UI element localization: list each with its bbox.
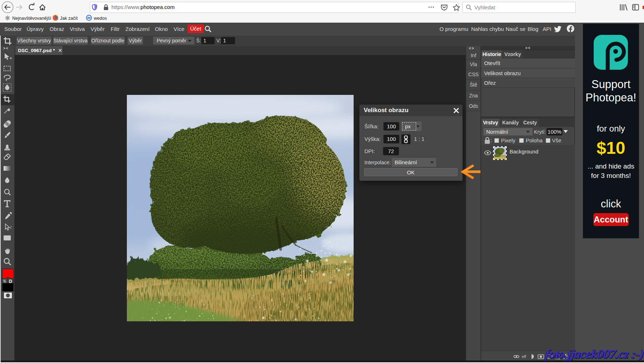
svg-text:⇅: ⇅ — [3, 279, 6, 283]
svg-text:D: D — [9, 279, 12, 284]
svg-text:eff: eff — [522, 354, 526, 359]
